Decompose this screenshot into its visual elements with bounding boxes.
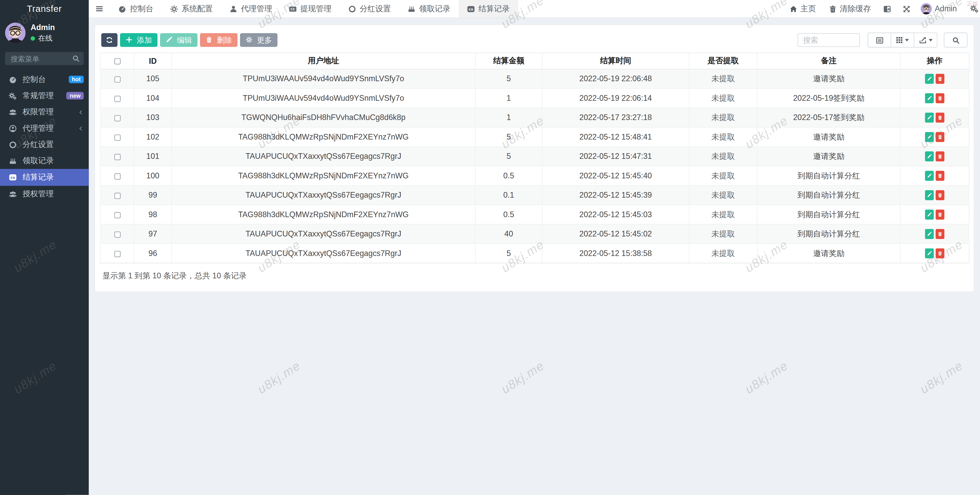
sidebar-item-dividend[interactable]: 分红设置 [0, 136, 89, 153]
cell-status: 未提取 [689, 108, 757, 127]
row-delete-button[interactable] [935, 152, 944, 161]
avatar[interactable] [5, 22, 25, 43]
table-body: 105TPUmU3iWAAUv594vd4oWud9YSnmLVSfy7o520… [100, 69, 969, 263]
search-button[interactable] [944, 33, 968, 48]
row-checkbox[interactable] [114, 212, 120, 218]
sidebar-item-agents[interactable]: 代理管理 [0, 120, 89, 136]
cell-actions [900, 224, 969, 244]
tab-dividend-settings[interactable]: 分红设置 [340, 0, 399, 18]
row-edit-button[interactable] [925, 171, 934, 181]
row-delete-button[interactable] [935, 113, 944, 123]
sidebar-item-settlements[interactable]: cs 结算记录 [0, 169, 89, 186]
cell-id: 100 [134, 166, 172, 185]
row-checkbox[interactable] [114, 231, 120, 238]
clear-cache-label: 清除缓存 [840, 3, 871, 14]
cell-remark: 到期自动计算分红 [757, 205, 900, 224]
row-delete-button[interactable] [935, 132, 944, 142]
row-delete-button[interactable] [935, 248, 944, 258]
cell-address: TAUAPUCUQxTXaxxytQSs67Eegagcs7RgrJ [172, 185, 475, 205]
add-label: 添加 [137, 35, 152, 45]
row-delete-button[interactable] [935, 171, 944, 181]
cell-address: TPUmU3iWAAUv594vd4oWud9YSnmLVSfy7o [172, 88, 475, 108]
refresh-button[interactable] [101, 33, 117, 47]
avatar[interactable] [920, 3, 932, 14]
hamburger-icon[interactable] [89, 0, 110, 18]
select-all-checkbox[interactable] [114, 58, 120, 64]
cell-select [100, 244, 134, 263]
tab-settlement-records[interactable]: cs 结算记录 [458, 0, 518, 18]
row-checkbox[interactable] [114, 193, 120, 199]
cell-select [100, 224, 134, 244]
row-edit-button[interactable] [925, 93, 934, 103]
more-button[interactable]: 更多 [240, 33, 278, 47]
row-checkbox[interactable] [114, 134, 120, 141]
table-row: 100TAG988h3dKLQMWzRpSNjNDmF2XEYnz7nWG0.5… [100, 166, 969, 185]
row-delete-button[interactable] [935, 229, 944, 239]
tab-dashboard[interactable]: 控制台 [110, 0, 161, 18]
row-delete-button[interactable] [935, 74, 944, 84]
app-root: Transfer Admin [0, 0, 980, 495]
cell-select [100, 127, 134, 147]
sidebar-item-label: 结算记录 [22, 172, 84, 182]
row-edit-button[interactable] [925, 190, 934, 200]
cell-remark: 邀请奖励 [757, 244, 900, 263]
row-edit-button[interactable] [925, 74, 934, 84]
row-edit-button[interactable] [925, 248, 934, 258]
cell-address: TAG988h3dKLQMWzRpSNjNDmF2XEYnz7nWG [172, 205, 475, 224]
row-checkbox[interactable] [114, 154, 120, 160]
search-icon[interactable] [72, 54, 80, 63]
fullscreen-icon[interactable] [897, 0, 916, 18]
cell-actions [900, 205, 969, 224]
row-edit-button[interactable] [925, 152, 934, 161]
row-checkbox[interactable] [114, 96, 120, 102]
topbar-user-label[interactable]: Admin [935, 4, 957, 13]
sidebar: Transfer Admin [0, 0, 89, 495]
clear-cache-link[interactable]: 清除缓存 [822, 0, 877, 18]
delete-button[interactable]: 删除 [200, 33, 237, 47]
tab-agents[interactable]: 代理管理 [221, 0, 280, 18]
detail-view-icon[interactable] [867, 33, 891, 48]
cell-address: TGWQNQHu6haiFsDH8hFVvhaCMuCg8d6k8p [172, 108, 475, 127]
sidebar-item-label: 分红设置 [22, 139, 84, 150]
export-dropdown-icon[interactable] [914, 33, 937, 48]
row-checkbox[interactable] [114, 173, 120, 179]
cell-remark: 到期自动计算分红 [757, 224, 900, 244]
cell-actions [900, 244, 969, 263]
table-toolbar: 添加 编辑 删除 更多 [101, 33, 967, 48]
row-delete-button[interactable] [935, 209, 944, 219]
row-edit-button[interactable] [925, 209, 934, 219]
row-checkbox[interactable] [114, 251, 120, 257]
sidebar-item-claims[interactable]: 领取记录 [0, 153, 89, 169]
sidebar-item-general[interactable]: 常规管理 new [0, 88, 89, 104]
tab-claim-records[interactable]: 领取记录 [399, 0, 458, 18]
row-edit-button[interactable] [925, 113, 934, 123]
table-search-input[interactable] [797, 33, 860, 47]
edit-button[interactable]: 编辑 [160, 33, 197, 47]
columns-dropdown-icon[interactable] [891, 33, 914, 48]
row-edit-button[interactable] [925, 132, 934, 142]
user-circle-icon [9, 124, 17, 133]
tab-withdrawals[interactable]: CC 提现管理 [280, 0, 340, 18]
cell-status: 未提取 [689, 69, 757, 88]
user-name: Admin [30, 23, 55, 32]
cell-id: 105 [134, 69, 172, 88]
row-delete-button[interactable] [935, 190, 944, 200]
row-checkbox[interactable] [114, 76, 120, 82]
row-delete-button[interactable] [935, 93, 944, 103]
sidebar-item-dashboard[interactable]: 控制台 hot [0, 72, 89, 88]
cell-amount: 0.5 [475, 205, 542, 224]
home-link[interactable]: 主页 [783, 0, 822, 18]
tab-system-config[interactable]: 系统配置 [161, 0, 221, 18]
tab-label: 分红设置 [360, 3, 391, 14]
plus-icon [126, 36, 134, 44]
table-row: 104TPUmU3iWAAUv594vd4oWud9YSnmLVSfy7o120… [100, 88, 969, 108]
translate-icon[interactable]: A [877, 0, 897, 18]
cell-id: 104 [134, 88, 172, 108]
gear-icon [170, 5, 178, 13]
row-checkbox[interactable] [114, 115, 120, 121]
sidebar-item-permissions[interactable]: 权限管理 [0, 104, 89, 120]
cell-amount: 5 [475, 69, 542, 88]
sidebar-item-authorization[interactable]: 授权管理 [0, 186, 89, 202]
add-button[interactable]: 添加 [120, 33, 158, 47]
row-edit-button[interactable] [925, 229, 934, 239]
